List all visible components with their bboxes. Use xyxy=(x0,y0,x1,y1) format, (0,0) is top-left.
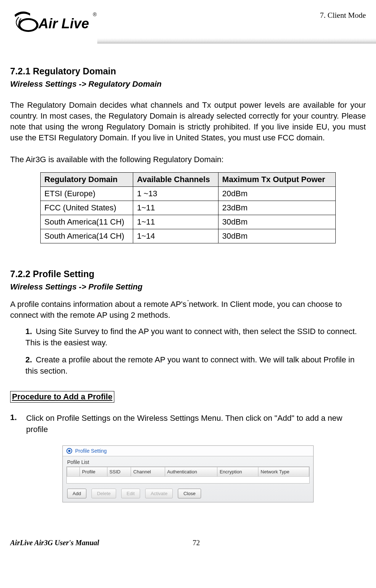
list-item: 2. Create a profile about the remote AP … xyxy=(25,354,366,377)
procedure-header: Procedure to Add a Profile xyxy=(10,391,114,403)
svg-text:®: ® xyxy=(93,12,97,17)
table-row: South America(14 CH) 1~14 30dBm xyxy=(41,229,335,243)
step-num-1: 1. xyxy=(10,413,26,435)
profile-list-table: Profile SSID Channel Authentication Encr… xyxy=(67,467,309,483)
footer-manual-title: AirLive Air3G User's Manual xyxy=(10,539,99,547)
profile-setting-screenshot: Profile Setting Pofile List Profile SSID… xyxy=(62,445,314,502)
table-row: South America(11 CH) 1~11 30dBm xyxy=(41,215,335,229)
breadcrumb-profile: Wireless Settings -> Profile Setting xyxy=(10,282,366,292)
close-button[interactable]: Close xyxy=(178,489,201,498)
regulatory-domain-table: Regulatory Domain Available Channels Max… xyxy=(40,172,335,243)
table-row: FCC (United States) 1~11 23dBm xyxy=(41,201,335,215)
col-ssid: SSID xyxy=(107,467,131,476)
breadcrumb-regulatory: Wireless Settings -> Regulatory Domain xyxy=(10,79,366,89)
para-regulatory-1: The Regulatory Domain decides what chann… xyxy=(10,100,366,143)
svg-text:Air Live: Air Live xyxy=(38,16,89,31)
profile-list-label: Pofile List xyxy=(63,456,313,466)
empty-row xyxy=(67,476,309,483)
col-select xyxy=(67,467,80,476)
activate-button[interactable]: Activate xyxy=(145,489,173,498)
col-profile: Profile xyxy=(80,467,107,476)
col-nettype: Network Type xyxy=(258,467,309,476)
col-channel: Channel xyxy=(131,467,165,476)
para-regulatory-2: The Air3G is available with the followin… xyxy=(10,154,366,165)
reg-th-1: Available Channels xyxy=(133,172,218,186)
list-item: 1. Using Site Survey to find the AP you … xyxy=(25,326,366,349)
list-num-2: 2. xyxy=(25,355,32,364)
header-gradient xyxy=(97,38,376,44)
add-button[interactable]: Add xyxy=(67,489,86,498)
radio-icon xyxy=(66,448,72,454)
section-heading-profile: 7.2.2 Profile Setting xyxy=(10,269,366,279)
footer-page-number: 72 xyxy=(99,539,293,547)
profile-panel-title: Profile Setting xyxy=(63,446,313,456)
list-num-1: 1. xyxy=(25,327,32,336)
list-text-1: Using Site Survey to find the AP you wan… xyxy=(25,327,357,347)
reg-th-2: Maximum Tx Output Power xyxy=(218,172,335,186)
col-auth: Authentication xyxy=(165,467,217,476)
section-heading-regulatory: 7.2.1 Regulatory Domain xyxy=(10,66,366,77)
panel-title-text: Profile Setting xyxy=(75,448,107,454)
col-enc: Encryption xyxy=(217,467,258,476)
svg-point-1 xyxy=(20,20,36,30)
delete-button[interactable]: Delete xyxy=(91,489,116,498)
table-row: ETSI (Europe) 1 ~13 20dBm xyxy=(41,186,335,201)
brand-logo: Air Live ® xyxy=(10,8,97,35)
profile-intro: A profile contains information about a r… xyxy=(10,299,366,321)
list-text-2: Create a profile about the remote AP you… xyxy=(25,355,355,375)
step-text-1: Click on Profile Settings on the Wireles… xyxy=(26,413,366,435)
stray-dot: . xyxy=(10,294,366,299)
page-header-right: 7. Client Mode xyxy=(320,11,366,20)
reg-th-0: Regulatory Domain xyxy=(41,172,133,186)
step-item: 1. Click on Profile Settings on the Wire… xyxy=(10,413,366,435)
edit-button[interactable]: Edit xyxy=(121,489,140,498)
